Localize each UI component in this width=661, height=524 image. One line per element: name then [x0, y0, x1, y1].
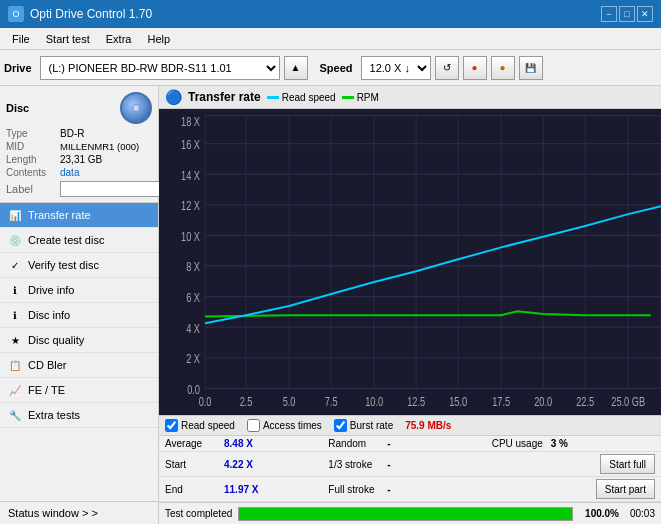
menu-file[interactable]: File [4, 31, 38, 47]
window-controls: − □ ✕ [601, 6, 653, 22]
progress-time: 00:03 [625, 508, 655, 519]
start-full-button[interactable]: Start full [600, 454, 655, 474]
contents-label: Contents [6, 167, 56, 178]
drive-select[interactable]: (L:) PIONEER BD-RW BDR-S11 1.01 [40, 56, 280, 80]
access-times-checkbox[interactable] [247, 419, 260, 432]
disc-panel: Disc Type BD-R MID MILLENMR1 (000) Lengt… [0, 86, 158, 203]
progress-bar-inner [239, 508, 572, 520]
nav-item-drive-info[interactable]: ℹ Drive info [0, 278, 158, 303]
start-part-button[interactable]: Start part [596, 479, 655, 499]
legend-read-speed-label: Read speed [282, 92, 336, 103]
svg-text:16 X: 16 X [181, 138, 200, 151]
legend-rpm: RPM [342, 92, 379, 103]
stat-one-third: 1/3 stroke - [328, 459, 491, 470]
nav-label-drive-info: Drive info [28, 284, 74, 296]
stat-start-full-cell: Start full [492, 454, 655, 474]
svg-text:2.5: 2.5 [240, 394, 253, 407]
sidebar: Disc Type BD-R MID MILLENMR1 (000) Lengt… [0, 86, 159, 524]
contents-value: data [60, 167, 79, 178]
extra-tests-icon: 🔧 [8, 408, 22, 422]
stat-cpu: CPU usage 3 % [492, 438, 655, 449]
burst-rate-checkbox[interactable] [334, 419, 347, 432]
drive-toolbar: Drive (L:) PIONEER BD-RW BDR-S11 1.01 ▲ … [0, 50, 661, 86]
minimize-button[interactable]: − [601, 6, 617, 22]
svg-text:4 X: 4 X [186, 321, 200, 334]
svg-text:7.5: 7.5 [325, 394, 338, 407]
legend-rpm-color [342, 96, 354, 99]
legend-read-speed: Read speed [267, 92, 336, 103]
create-test-icon: 💿 [8, 233, 22, 247]
disc-title: Disc [6, 102, 29, 114]
average-label: Average [165, 438, 220, 449]
cd-bler-icon: 📋 [8, 358, 22, 372]
progress-bar-outer [238, 507, 573, 521]
content-area: 🔵 Transfer rate Read speed RPM [159, 86, 661, 524]
stats-area: Average 8.48 X Random - CPU usage 3 % St… [159, 435, 661, 502]
access-times-label: Access times [263, 420, 322, 431]
nav-label-cd-bler: CD Bler [28, 359, 67, 371]
svg-text:15.0: 15.0 [449, 394, 467, 407]
nav-item-disc-info[interactable]: ℹ Disc info [0, 303, 158, 328]
disc-button[interactable]: ● [491, 56, 515, 80]
svg-text:22.5: 22.5 [576, 394, 594, 407]
nav-item-extra-tests[interactable]: 🔧 Extra tests [0, 403, 158, 428]
nav-item-fe-te[interactable]: 📈 FE / TE [0, 378, 158, 403]
refresh-button[interactable]: ↺ [435, 56, 459, 80]
nav-item-verify-test-disc[interactable]: ✓ Verify test disc [0, 253, 158, 278]
save-button[interactable]: 💾 [519, 56, 543, 80]
nav-label-extra-tests: Extra tests [28, 409, 80, 421]
nav-item-create-test-disc[interactable]: 💿 Create test disc [0, 228, 158, 253]
svg-text:12.5: 12.5 [407, 394, 425, 407]
nav-label-verify-test: Verify test disc [28, 259, 99, 271]
length-value: 23,31 GB [60, 154, 102, 165]
stats-row-3: End 11.97 X Full stroke - Start part [159, 477, 661, 502]
drive-info-icon: ℹ [8, 283, 22, 297]
verify-test-icon: ✓ [8, 258, 22, 272]
stat-average: Average 8.48 X [165, 438, 328, 449]
checkbox-burst-rate[interactable]: Burst rate [334, 419, 393, 432]
chart-controls: Read speed Access times Burst rate 75.9 … [159, 415, 661, 435]
svg-text:18 X: 18 X [181, 115, 200, 128]
nav-label-fe-te: FE / TE [28, 384, 65, 396]
nav-item-transfer-rate[interactable]: 📊 Transfer rate [0, 203, 158, 228]
svg-text:0.0: 0.0 [199, 394, 212, 407]
svg-text:10.0: 10.0 [365, 394, 383, 407]
burn-button[interactable]: ● [463, 56, 487, 80]
read-speed-checkbox[interactable] [165, 419, 178, 432]
checkbox-access-times[interactable]: Access times [247, 419, 322, 432]
speed-label: Speed [320, 62, 353, 74]
full-stroke-label: Full stroke [328, 484, 383, 495]
menubar: File Start test Extra Help [0, 28, 661, 50]
stats-row-1: Average 8.48 X Random - CPU usage 3 % [159, 436, 661, 452]
nav-item-disc-quality[interactable]: ★ Disc quality [0, 328, 158, 353]
svg-text:17.5: 17.5 [492, 394, 510, 407]
speed-select[interactable]: 12.0 X ↓ [361, 56, 431, 80]
read-speed-label: Read speed [181, 420, 235, 431]
status-window-button[interactable]: Status window > > [0, 501, 158, 524]
random-label: Random [328, 438, 383, 449]
drive-label: Drive [4, 62, 32, 74]
burst-rate-value: 75.9 MB/s [405, 420, 451, 431]
menu-start-test[interactable]: Start test [38, 31, 98, 47]
menu-help[interactable]: Help [139, 31, 178, 47]
end-label: End [165, 484, 220, 495]
disc-icon [120, 92, 152, 124]
type-label: Type [6, 128, 56, 139]
nav-label-create-test: Create test disc [28, 234, 104, 246]
stat-end: End 11.97 X [165, 484, 328, 495]
nav-item-cd-bler[interactable]: 📋 CD Bler [0, 353, 158, 378]
mid-label: MID [6, 141, 56, 152]
one-third-label: 1/3 stroke [328, 459, 383, 470]
close-button[interactable]: ✕ [637, 6, 653, 22]
eject-button[interactable]: ▲ [284, 56, 308, 80]
legend-rpm-label: RPM [357, 92, 379, 103]
stats-row-2: Start 4.22 X 1/3 stroke - Start full [159, 452, 661, 477]
maximize-button[interactable]: □ [619, 6, 635, 22]
length-label: Length [6, 154, 56, 165]
checkbox-read-speed[interactable]: Read speed [165, 419, 235, 432]
svg-text:14 X: 14 X [181, 168, 200, 181]
svg-text:8 X: 8 X [186, 260, 200, 273]
nav-label-disc-info: Disc info [28, 309, 70, 321]
menu-extra[interactable]: Extra [98, 31, 140, 47]
end-value: 11.97 X [224, 484, 258, 495]
